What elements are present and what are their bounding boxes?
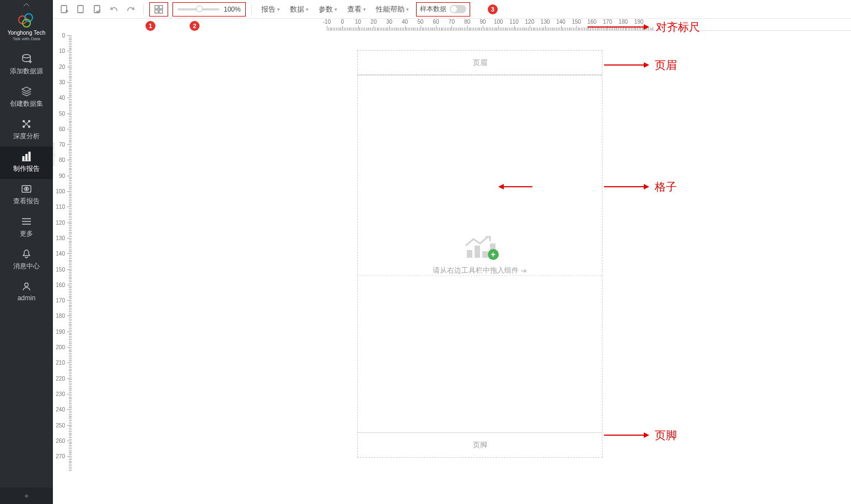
undo-button[interactable] [107,2,121,17]
svg-rect-27 [155,10,158,13]
page-frame: 页眉 + 请从右边工具栏中拖入组件 ➔ 页脚 [357,50,602,458]
nav-messages[interactable]: 消息中心 [0,244,53,277]
menu-view[interactable]: 查看 ▾ [343,2,370,17]
save-button[interactable] [90,2,105,17]
redo-button[interactable] [123,2,138,17]
nav-create-report[interactable]: 制作报告 [0,147,53,179]
annotation-label-body: 格子 [655,180,677,194]
nodes-icon [21,118,32,129]
toggle-knob [451,6,457,12]
menu-performance[interactable]: 性能帮助 ▾ [372,2,413,17]
body-divider [358,275,602,276]
nav-label: 消息中心 [13,262,40,271]
annotation-label-footer: 页脚 [655,428,677,443]
collapse-icon: « [25,492,29,500]
horizontal-ruler: -100102030405060708090100110120130140150… [327,19,851,31]
svg-rect-12 [26,154,28,160]
datasource-icon [21,53,32,64]
placeholder-text: 请从右边工具栏中拖入组件 [433,265,519,275]
zoom-slider-thumb[interactable] [196,6,203,12]
brand-logo: Yonghong Tech Talk with Data [8,10,45,49]
menu-report[interactable]: 报告 ▾ [257,2,284,17]
svg-rect-20 [61,6,67,13]
caret-down-icon: ▾ [363,7,366,12]
svg-rect-11 [23,156,24,160]
svg-rect-25 [155,6,158,9]
nav-user[interactable]: admin [0,277,53,307]
page-header-region[interactable]: 页眉 [358,51,602,75]
nav-label: 制作报告 [13,164,40,174]
svg-point-0 [23,55,30,58]
menu-label: 数据 [290,4,304,14]
nav-label: 添加数据源 [10,67,43,76]
nav-more[interactable]: 更多 [0,212,53,244]
bell-icon [21,248,32,259]
sidebar: Yonghong Tech Talk with Data 添加数据源 创建数据集… [0,0,53,504]
highlight-box-2: 100% [173,2,246,17]
chart-icon [21,151,32,162]
callout-badge-3: 3 [488,4,498,14]
nav-add-datasource[interactable]: 添加数据源 [0,49,53,82]
svg-rect-26 [159,6,163,9]
menu-label: 性能帮助 [376,4,405,14]
caret-down-icon: ▾ [335,7,337,12]
svg-rect-23 [78,6,83,13]
arrow-right-icon: ➔ [521,267,527,275]
toolbar-separator [251,4,252,14]
annotation-label-header: 页眉 [655,58,677,73]
nav-label: 更多 [20,229,33,239]
menu-params[interactable]: 参数 ▾ [315,2,341,17]
dataset-icon [21,86,32,97]
add-icon: + [488,249,499,260]
sample-data-toggle[interactable] [450,5,466,13]
caret-down-icon: ▾ [406,7,409,12]
view-icon [21,183,32,194]
svg-point-15 [26,188,28,190]
page-footer-region[interactable]: 页脚 [358,433,602,457]
svg-point-9 [23,126,25,128]
menu-data[interactable]: 数据 ▾ [286,2,313,17]
user-icon [21,281,32,292]
nav-deep-analysis[interactable]: 深度分析 [0,114,53,147]
annotation-label-ruler: 对齐标尺 [656,20,700,35]
nav-label: 创建数据集 [10,99,43,109]
nav-label: 深度分析 [13,132,40,141]
menu-label: 查看 [347,4,362,14]
nav-label: admin [18,294,36,302]
svg-rect-28 [159,10,163,13]
toolbar-separator [143,4,144,14]
open-button[interactable] [74,2,88,17]
sidebar-collapse[interactable]: « [0,487,53,504]
caret-down-icon: ▾ [306,7,309,12]
highlight-box-1 [149,2,168,17]
placeholder-text-row: 请从右边工具栏中拖入组件 ➔ [433,265,527,275]
menu-icon [21,216,32,227]
brand-tagline: Talk with Data [13,36,40,41]
highlight-box-3: 样本数据 [416,2,470,17]
sidebar-scroll-up[interactable] [0,0,53,10]
svg-point-19 [25,283,28,286]
nav-view-report[interactable]: 查看报告 [0,179,53,212]
main: 100% 报告 ▾ 数据 ▾ 参数 ▾ 查看 ▾ 性能帮助 ▾ [53,0,851,504]
grid-toggle-button[interactable] [152,5,165,14]
workspace: -100102030405060708090100110120130140150… [53,19,851,504]
vertical-ruler: 0102030405060708090100110120130140150160… [55,35,72,504]
nav-label: 查看报告 [13,197,40,206]
zoom-slider[interactable] [177,8,219,10]
svg-point-10 [28,126,30,128]
nav-create-dataset[interactable]: 创建数据集 [0,82,53,114]
svg-point-8 [28,120,30,122]
page-header-label: 页眉 [473,58,487,68]
placeholder-chart-icon: + [464,232,497,260]
new-button[interactable] [57,2,72,17]
page-footer-label: 页脚 [473,440,487,450]
caret-down-icon: ▾ [277,7,280,12]
zoom-value: 100% [224,6,241,13]
svg-point-7 [23,120,25,122]
page-body-region[interactable]: + 请从右边工具栏中拖入组件 ➔ [358,75,602,433]
brand-name: Yonghong Tech [8,30,45,36]
svg-rect-13 [29,152,30,160]
sample-data-label: 样本数据 [420,4,446,14]
annotation-arrow-footer [604,435,648,436]
menu-label: 报告 [261,4,276,14]
